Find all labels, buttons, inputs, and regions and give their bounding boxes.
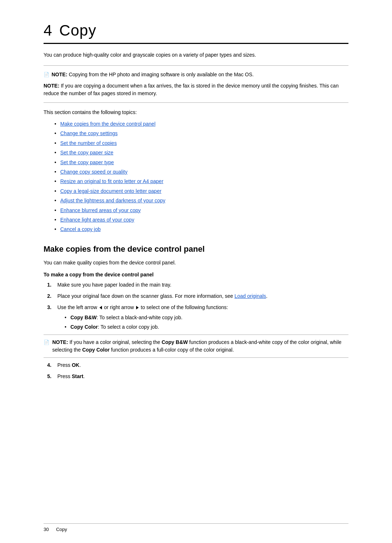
arrow-right-icon	[136, 306, 139, 309]
section-intro-text: This section contains the following topi…	[44, 109, 348, 116]
page-footer: 30 Copy	[44, 523, 348, 532]
note-box-3: 📄 NOTE: If you have a color original, se…	[44, 335, 348, 358]
step-5: Press Start.	[47, 373, 348, 380]
divider-1	[44, 65, 348, 66]
note-text-1: NOTE: Copying from the HP photo and imag…	[52, 71, 254, 78]
note-icon-1: 📄	[44, 71, 49, 78]
list-item: Enhance blurred areas of your copy	[54, 206, 348, 214]
make-copies-sub-intro: You can make quality copies from the dev…	[44, 259, 348, 267]
steps-list-2: Press OK. Press Start.	[47, 361, 348, 380]
topics-list: Make copies from the device control pane…	[54, 120, 348, 234]
step-4-bold: OK	[72, 362, 79, 368]
step-5-bold: Start	[72, 373, 83, 379]
list-item: Adjust the lightness and darkness of you…	[54, 196, 348, 204]
list-item: Cancel a copy job	[54, 225, 348, 233]
arrow-left-icon	[99, 306, 102, 309]
page: 4Copy You can produce high-quality color…	[0, 0, 392, 543]
topic-link-6[interactable]: Resize an original to fit onto letter or…	[60, 178, 163, 184]
list-item: Copy a legal-size document onto letter p…	[54, 187, 348, 195]
note-label-1: NOTE:	[52, 72, 68, 77]
list-item: Set the copy paper type	[54, 158, 348, 166]
topic-link-0[interactable]: Make copies from the device control pane…	[60, 121, 155, 127]
step-3: Use the left arrow or right arrow to sel…	[47, 304, 348, 331]
intro-paragraph: You can produce high-quality color and g…	[44, 51, 348, 59]
topic-link-1[interactable]: Change the copy settings	[60, 130, 118, 136]
procedure-title: To make a copy from the device control p…	[44, 272, 348, 277]
list-item: Change copy speed or quality	[54, 168, 348, 176]
step-3-text: Use the left arrow or right arrow to sel…	[57, 304, 228, 310]
note-content-2: If you are copying a document when a fax…	[44, 83, 339, 96]
note3-bold2: Copy Color	[82, 347, 110, 353]
step-1-text: Make sure you have paper loaded in the m…	[57, 282, 171, 288]
list-item: Resize an original to fit onto letter or…	[54, 177, 348, 185]
copy-color-label: Copy Color	[70, 324, 98, 330]
list-item: Set the copy paper size	[54, 149, 348, 157]
note-block-1: 📄 NOTE: Copying from the HP photo and im…	[44, 71, 348, 78]
note-text-2: NOTE: If you are copying a document when…	[44, 82, 348, 97]
note-icon-3: 📄	[44, 339, 49, 346]
topic-link-3[interactable]: Set the copy paper size	[60, 150, 113, 155]
topic-link-4[interactable]: Set the copy paper type	[60, 159, 114, 165]
step-4: Press OK.	[47, 361, 348, 369]
note3-text3: function produces a full-color copy of t…	[110, 347, 234, 353]
copy-bw-item: Copy B&W: To select a black-and-white co…	[65, 313, 348, 321]
topic-link-2[interactable]: Set the number of copies	[60, 140, 117, 146]
copy-color-item: Copy Color: To select a color copy job.	[65, 323, 348, 331]
footer-chapter-label: Copy	[56, 527, 67, 532]
chapter-header: 4Copy	[44, 22, 348, 44]
copy-bw-label: Copy B&W	[70, 315, 97, 320]
topic-link-11[interactable]: Cancel a copy job	[60, 226, 101, 232]
divider-2	[44, 102, 348, 103]
note-content-1: Copying from the HP photo and imaging so…	[69, 72, 253, 77]
list-item: Make copies from the device control pane…	[54, 120, 348, 128]
topic-link-5[interactable]: Change copy speed or quality	[60, 169, 127, 175]
make-copies-heading: Make copies from the device control pane…	[44, 244, 348, 254]
note-block-2: NOTE: If you are copying a document when…	[44, 82, 348, 97]
step-2: Place your original face down on the sca…	[47, 292, 348, 300]
note3-text1: If you have a color original, selecting …	[69, 339, 162, 345]
step-2-after: .	[266, 293, 268, 299]
step-1: Make sure you have paper loaded in the m…	[47, 281, 348, 289]
chapter-number: 4	[44, 22, 52, 39]
note-label-2: NOTE:	[44, 83, 60, 89]
footer-page-number: 30	[44, 527, 49, 532]
step-2-text: Place your original face down on the sca…	[57, 293, 234, 299]
topic-link-10[interactable]: Enhance light areas of your copy	[60, 217, 134, 223]
topic-link-7[interactable]: Copy a legal-size document onto letter p…	[60, 188, 162, 194]
note3-bold1: Copy B&W	[162, 339, 188, 345]
note-content-3: NOTE: If you have a color original, sele…	[52, 339, 348, 354]
step-4-text: Press OK.	[57, 362, 81, 368]
list-item: Set the number of copies	[54, 139, 348, 147]
step-5-text: Press Start.	[57, 373, 85, 379]
copy-options-list: Copy B&W: To select a black-and-white co…	[65, 313, 348, 331]
list-item: Enhance light areas of your copy	[54, 216, 348, 224]
steps-list: Make sure you have paper loaded in the m…	[47, 281, 348, 331]
note-label-3: NOTE:	[52, 339, 68, 345]
topic-link-8[interactable]: Adjust the lightness and darkness of you…	[60, 198, 166, 203]
topic-link-9[interactable]: Enhance blurred areas of your copy	[60, 207, 141, 213]
load-originals-link[interactable]: Load originals	[234, 293, 266, 299]
chapter-title: Copy	[59, 22, 96, 39]
list-item: Change the copy settings	[54, 129, 348, 137]
